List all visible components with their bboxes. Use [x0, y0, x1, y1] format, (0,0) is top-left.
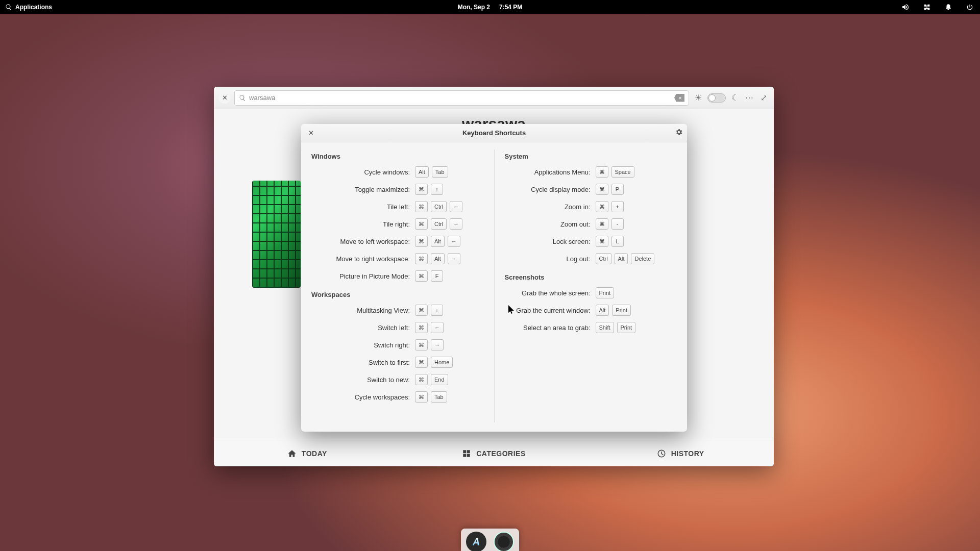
shortcut-row[interactable]: Switch to first:⌘Home: [310, 356, 485, 369]
shortcut-label: Grab the whole screen:: [504, 289, 596, 297]
keycap: Print: [612, 305, 631, 316]
shortcut-row[interactable]: Switch right:⌘→: [310, 338, 485, 352]
keycap: ⌘: [415, 322, 428, 333]
shortcut-keys: ⌘←: [415, 322, 444, 333]
section-system-title: System: [505, 153, 678, 160]
shortcut-row[interactable]: Cycle display mode:⌘P: [504, 183, 678, 196]
panel-date: Mon, Sep 2: [458, 4, 490, 11]
shortcut-keys: AltTab: [415, 166, 448, 178]
section-workspaces-title: Workspaces: [311, 291, 485, 298]
keycap: ⌘: [415, 357, 428, 368]
shortcut-keys: AltPrint: [596, 305, 631, 316]
keycap: L: [611, 236, 624, 247]
keycap: ⌘: [415, 374, 428, 385]
dock-app-camera[interactable]: [494, 532, 514, 551]
shortcut-row[interactable]: Switch to new:⌘End: [310, 373, 485, 386]
section-windows-title: Windows: [311, 153, 485, 160]
gear-icon: [675, 128, 683, 136]
tab-categories[interactable]: CATEGORIES: [401, 440, 587, 466]
shortcut-row[interactable]: Applications Menu:⌘Space: [504, 165, 678, 179]
shortcut-keys: ⌘End: [415, 374, 448, 385]
keycap: →: [431, 339, 444, 350]
clock-icon: [657, 449, 666, 458]
shortcut-row[interactable]: Cycle windows:AltTab: [310, 165, 485, 179]
dock-app-appcenter[interactable]: A: [466, 532, 486, 551]
keycap: ⌘: [596, 236, 608, 247]
shortcut-row[interactable]: Cycle workspaces:⌘Tab: [310, 390, 485, 404]
notifications-icon[interactable]: [943, 3, 953, 11]
shortcut-row[interactable]: Picture in Picture Mode:⌘F: [310, 269, 485, 283]
expand-icon[interactable]: ⤢: [758, 93, 769, 103]
keycap: F: [431, 270, 443, 282]
section-screenshots-title: Screenshots: [505, 273, 678, 281]
shortcut-keys: ⌘+: [596, 201, 624, 212]
tab-history[interactable]: HISTORY: [587, 440, 774, 466]
shortcut-label: Lock screen:: [504, 238, 596, 245]
keycap: ⌘: [415, 305, 428, 316]
power-icon[interactable]: [965, 4, 975, 11]
dock: A: [461, 529, 519, 551]
shortcut-row[interactable]: Select an area to grab:ShiftPrint: [504, 321, 678, 334]
parent-close-button[interactable]: ✕: [219, 92, 230, 104]
keycap: Ctrl: [431, 201, 447, 212]
shortcut-keys: ⌘↓: [415, 305, 443, 316]
shortcut-keys: ⌘Ctrl→: [415, 218, 462, 230]
shortcut-label: Move to right workspace:: [310, 255, 415, 263]
search-input[interactable]: [249, 94, 671, 102]
shortcut-row[interactable]: Tile left:⌘Ctrl←: [310, 200, 485, 213]
shortcut-row[interactable]: Grab the current window:AltPrint: [504, 304, 678, 317]
keycap: End: [431, 374, 448, 385]
shortcut-keys: ⌘F: [415, 270, 443, 282]
keycap: ⌘: [596, 201, 608, 212]
shortcut-row[interactable]: Zoom in:⌘+: [504, 200, 678, 213]
dialog-body: Windows Cycle windows:AltTabToggle maxim…: [301, 142, 687, 432]
dark-mode-toggle[interactable]: [707, 93, 726, 103]
shortcut-row[interactable]: Lock screen:⌘L: [504, 235, 678, 248]
dialog-close-button[interactable]: ✕: [305, 128, 316, 139]
shortcut-row[interactable]: Move to right workspace:⌘Alt→: [310, 252, 485, 265]
shortcut-keys: ⌘↑: [415, 184, 443, 195]
shortcut-keys: ⌘Ctrl←: [415, 201, 462, 212]
search-field[interactable]: [234, 90, 689, 106]
shortcut-keys: ⌘Home: [415, 357, 453, 368]
keycap: ←: [431, 322, 444, 333]
keycap: Alt: [615, 253, 628, 264]
moon-icon: ☾: [730, 93, 740, 103]
shortcut-keys: ⌘L: [596, 236, 624, 247]
shortcut-keys: ShiftPrint: [596, 322, 636, 333]
shortcut-keys: Print: [596, 287, 615, 298]
shortcut-row[interactable]: Toggle maximized:⌘↑: [310, 183, 485, 196]
clear-search-icon[interactable]: [674, 94, 684, 102]
settings-button[interactable]: [675, 128, 683, 138]
menu-icon[interactable]: ⋯: [744, 93, 754, 103]
shortcut-row[interactable]: Switch left:⌘←: [310, 321, 485, 334]
grid-icon: [462, 449, 471, 458]
shortcut-row[interactable]: Tile right:⌘Ctrl→: [310, 217, 485, 231]
shortcut-row[interactable]: Move to left workspace:⌘Alt←: [310, 235, 485, 248]
applications-menu[interactable]: Applications: [5, 4, 52, 11]
volume-icon[interactable]: [900, 3, 911, 11]
keycap: ⌘: [415, 253, 428, 264]
keycap: ⌘: [415, 236, 428, 247]
dialog-title: Keyboard Shortcuts: [301, 129, 687, 137]
shortcut-row[interactable]: Zoom out:⌘-: [504, 217, 678, 231]
keycap: ⌘: [596, 184, 608, 195]
shortcut-row[interactable]: Grab the whole screen:Print: [504, 286, 678, 299]
keycap: →: [448, 253, 460, 264]
tab-today[interactable]: TODAY: [214, 440, 401, 466]
shortcut-keys: CtrlAltDelete: [596, 253, 655, 264]
keycap: -: [611, 218, 624, 230]
keycap: ⌘: [596, 166, 608, 178]
clock-area[interactable]: Mon, Sep 2 7:54 PM: [458, 4, 523, 11]
shortcut-row[interactable]: Multitasking View:⌘↓: [310, 304, 485, 317]
shortcut-row[interactable]: Log out:CtrlAltDelete: [504, 252, 678, 265]
shortcut-label: Zoom out:: [504, 220, 596, 228]
shortcut-label: Cycle workspaces:: [310, 393, 415, 401]
keycap: Print: [596, 287, 615, 298]
keyboard-shortcuts-dialog: ✕ Keyboard Shortcuts Windows Cycle windo…: [301, 124, 687, 432]
network-icon[interactable]: [922, 3, 932, 11]
keycap: Ctrl: [431, 218, 447, 230]
keycap: Alt: [415, 166, 429, 178]
result-image[interactable]: [252, 181, 301, 288]
keycap: ↑: [431, 184, 443, 195]
